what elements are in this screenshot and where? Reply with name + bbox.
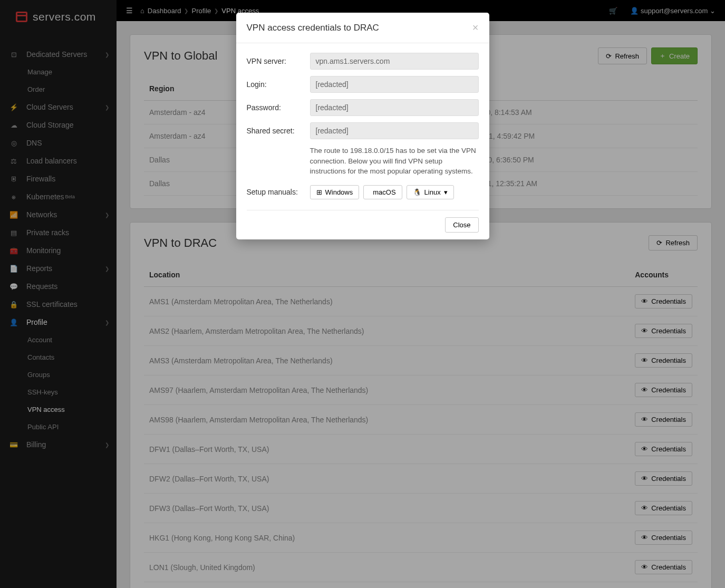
label-password: Password: [247, 103, 310, 112]
label-secret: Shared secret: [247, 127, 310, 135]
modal-note: The route to 198.18.0.0/15 has to be set… [310, 146, 479, 177]
windows-icon: ⊞ [316, 188, 322, 196]
modal-title: VPN access credentials to DRAC [247, 23, 379, 33]
value-password[interactable]: [redacted] [310, 99, 479, 116]
close-icon[interactable]: × [472, 22, 479, 34]
credentials-modal: VPN access credentials to DRAC × VPN ser… [236, 13, 489, 239]
value-login[interactable]: [redacted] [310, 76, 479, 93]
caret-down-icon: ▾ [444, 188, 448, 196]
windows-button[interactable]: ⊞Windows [310, 185, 360, 199]
linux-button[interactable]: 🐧Linux ▾ [407, 185, 454, 199]
close-button[interactable]: Close [445, 217, 478, 233]
linux-icon: 🐧 [413, 188, 421, 196]
modal-overlay[interactable]: VPN access credentials to DRAC × VPN ser… [0, 0, 725, 588]
value-secret[interactable]: [redacted] [310, 122, 479, 139]
macos-button[interactable]: macOS [363, 185, 402, 199]
value-vpn-server[interactable]: vpn.ams1.servers.com [310, 53, 479, 70]
label-setup: Setup manuals: [247, 188, 310, 196]
label-vpn-server: VPN server: [247, 57, 310, 65]
label-login: Login: [247, 80, 310, 89]
